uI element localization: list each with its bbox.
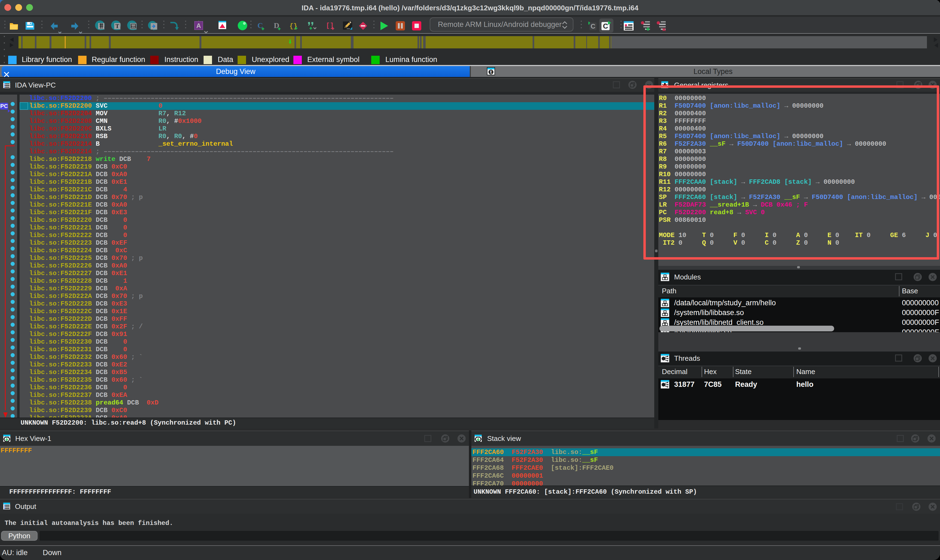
svg-text:010: 010 [131, 25, 136, 28]
svg-text:C: C [591, 23, 595, 30]
svg-text:C: C [603, 22, 608, 30]
svg-text:T: T [116, 23, 119, 29]
svg-text:A: A [196, 22, 201, 29]
svg-text:D: D [274, 21, 279, 30]
svg-text:C: C [258, 21, 263, 30]
